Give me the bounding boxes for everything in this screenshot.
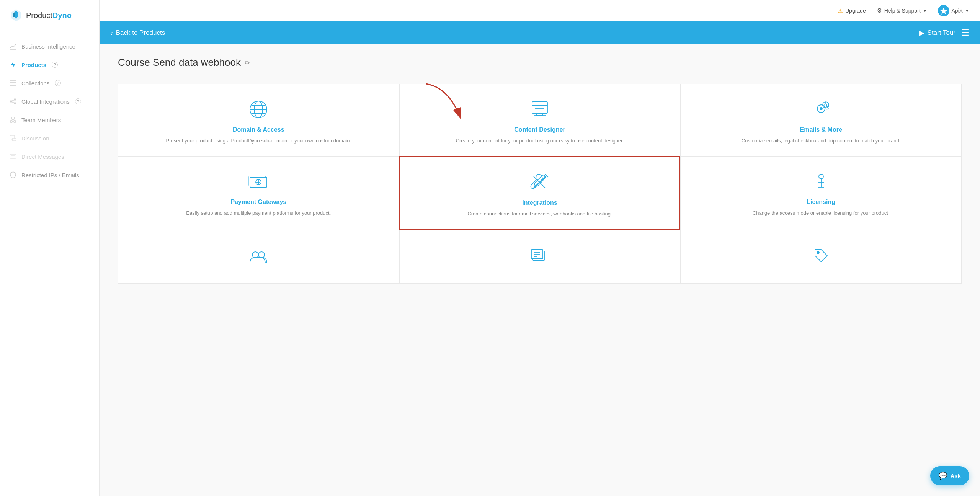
start-tour-label: Start Tour	[928, 29, 956, 37]
svg-point-68	[817, 251, 819, 254]
svg-rect-64	[531, 250, 543, 259]
integrations-icon	[528, 171, 551, 194]
files-icon	[528, 244, 551, 267]
domain-access-desc: Present your product using a ProductDyno…	[166, 137, 351, 145]
global-int-help-icon[interactable]: ?	[75, 98, 81, 104]
svg-rect-27	[532, 102, 547, 113]
content-designer-card[interactable]: Content Designer Create your content for…	[399, 84, 681, 156]
chat-button[interactable]: 💬 Ask	[930, 466, 969, 485]
user-menu[interactable]: ApiX ▼	[938, 5, 969, 16]
svg-marker-4	[11, 62, 15, 68]
licensing-card[interactable]: Licensing Change the access mode or enab…	[680, 156, 962, 230]
payment-gateways-card[interactable]: Payment Gateways Easily setup and add mu…	[118, 156, 399, 230]
start-tour-button[interactable]: ▶ Start Tour	[919, 29, 956, 37]
team-icon	[9, 116, 17, 124]
bottom-card-row	[118, 230, 962, 284]
content-designer-icon	[528, 98, 551, 121]
warning-icon: ⚠	[838, 8, 843, 14]
svg-point-34	[820, 108, 822, 110]
sidebar-item-business-intelligence[interactable]: Business Intelligence	[0, 37, 99, 55]
emails-more-card[interactable]: Emails & More Customize emails, legal ch…	[680, 84, 962, 156]
sidebar-item-global-integrations[interactable]: Global Integrations ?	[0, 92, 99, 111]
play-icon: ▶	[919, 29, 924, 37]
sidebar-item-direct-messages[interactable]: Direct Messages	[0, 147, 99, 166]
lightning-icon	[9, 61, 17, 69]
nav-label: Products	[21, 62, 46, 68]
nav-label: Restricted IPs / Emails	[21, 172, 79, 178]
help-label: Help & Support	[884, 8, 921, 14]
chevron-down-icon: ▼	[923, 8, 927, 13]
help-support-button[interactable]: ⚙ Help & Support ▼	[877, 7, 927, 14]
chart-icon	[9, 42, 17, 50]
svg-line-11	[12, 102, 14, 103]
licensing-icon	[810, 170, 833, 193]
emails-more-title: Emails & More	[800, 126, 842, 133]
licensing-desc: Change the access mode or enable licensi…	[753, 209, 890, 217]
content-designer-desc: Create your content for your product usi…	[456, 137, 624, 145]
sidebar-item-discussion[interactable]: Discussion	[0, 129, 99, 147]
payment-gateways-desc: Easily setup and add multiple payment pl…	[186, 209, 331, 217]
domain-access-title: Domain & Access	[233, 126, 284, 133]
upgrade-button[interactable]: ⚠ Upgrade	[838, 8, 866, 14]
content-designer-title: Content Designer	[514, 126, 565, 133]
card-partial-3[interactable]	[680, 230, 962, 284]
page-title: Course Send data webhook	[118, 57, 241, 69]
hamburger-menu-button[interactable]: ☰	[962, 28, 969, 38]
sidebar-nav: Business Intelligence Products ? Collect…	[0, 34, 99, 187]
sidebar-item-collections[interactable]: Collections ?	[0, 74, 99, 92]
sidebar-item-restricted-ips[interactable]: Restricted IPs / Emails	[0, 166, 99, 184]
user-chevron-icon: ▼	[965, 8, 969, 13]
emails-icon	[810, 98, 833, 121]
card-grid-wrapper: Domain & Access Present your product usi…	[118, 84, 962, 230]
back-label: Back to Products	[116, 29, 165, 37]
page-title-container: Course Send data webhook ✏	[118, 57, 962, 69]
domain-access-card[interactable]: Domain & Access Present your product usi…	[118, 84, 399, 156]
members-card-partial[interactable]	[118, 230, 399, 284]
chevron-left-icon: ‹	[110, 29, 113, 38]
integrations-card[interactable]: Integrations Create connections for emai…	[399, 156, 681, 230]
nav-label: Business Intelligence	[21, 43, 75, 50]
licensing-title: Licensing	[807, 199, 835, 206]
card-partial-2[interactable]	[399, 230, 681, 284]
svg-point-9	[14, 103, 16, 104]
svg-point-38	[825, 104, 827, 106]
collections-help-icon[interactable]: ?	[55, 80, 61, 86]
product-header: ‹ Back to Products ▶ Start Tour ☰	[100, 21, 980, 44]
back-to-products-button[interactable]: ‹ Back to Products	[110, 29, 165, 38]
domain-icon	[247, 98, 270, 121]
content-area: Course Send data webhook ✏	[100, 44, 980, 496]
sidebar-item-team-members[interactable]: Team Members	[0, 111, 99, 129]
svg-point-7	[10, 101, 12, 102]
collections-icon	[9, 79, 17, 87]
products-help-icon[interactable]: ?	[52, 62, 58, 68]
upgrade-label: Upgrade	[845, 8, 866, 14]
members-icon	[247, 244, 270, 267]
svg-rect-13	[12, 117, 14, 119]
svg-line-10	[12, 100, 14, 101]
svg-rect-5	[10, 81, 16, 85]
svg-point-37	[823, 102, 829, 108]
sidebar-item-products[interactable]: Products ?	[0, 55, 99, 74]
integrations-nav-icon	[9, 98, 17, 105]
svg-rect-12	[10, 121, 12, 122]
nav-label: Team Members	[21, 117, 61, 123]
discussion-icon	[9, 134, 17, 142]
integrations-title: Integrations	[522, 199, 557, 206]
payment-icon	[247, 170, 270, 193]
logo-icon	[9, 8, 23, 22]
svg-point-8	[14, 99, 16, 100]
header-right-actions: ▶ Start Tour ☰	[919, 28, 969, 38]
svg-marker-20	[940, 8, 947, 15]
edit-title-icon[interactable]: ✏	[245, 59, 250, 67]
integrations-desc: Create connections for email services, w…	[467, 210, 612, 218]
tag-icon	[810, 244, 833, 267]
main-content: ⚠ Upgrade ⚙ Help & Support ▼ ApiX ▼ ‹ Ba…	[100, 0, 980, 496]
svg-point-57	[819, 174, 823, 179]
user-label: ApiX	[952, 8, 963, 14]
logo[interactable]: ProductDyno	[0, 0, 99, 30]
svg-rect-17	[10, 154, 16, 158]
svg-rect-14	[14, 121, 16, 122]
messages-icon	[9, 153, 17, 160]
emails-more-desc: Customize emails, legal checkbox and dri…	[742, 137, 901, 145]
nav-label: Global Integrations	[21, 98, 70, 105]
